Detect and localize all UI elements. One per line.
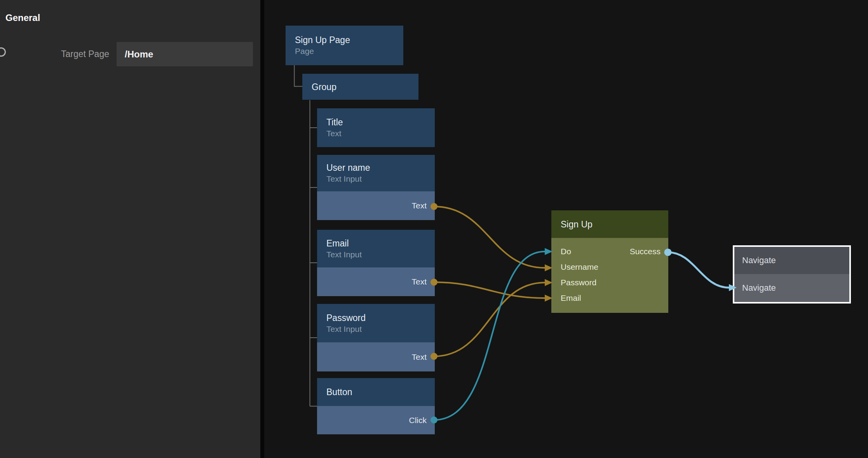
node-title: Email xyxy=(326,238,435,249)
connection-click-do[interactable] xyxy=(434,252,545,420)
node-header: Sign Up xyxy=(551,210,668,238)
port-label: Text xyxy=(411,352,427,362)
connection-username-text[interactable] xyxy=(434,206,545,268)
target-page-label: Target Page xyxy=(23,49,109,59)
panel-canvas-divider xyxy=(260,0,264,458)
output-port-success[interactable]: Success xyxy=(630,247,661,256)
node-header: Group xyxy=(302,74,418,100)
output-port-text[interactable]: Text xyxy=(317,267,435,296)
tree-node-title[interactable]: Title Text xyxy=(317,108,435,147)
node-header: Title Text xyxy=(317,108,435,147)
panel-section-title: General xyxy=(5,12,40,23)
node-header: Navigate xyxy=(734,247,849,274)
properties-panel: General Target Page xyxy=(0,0,260,458)
output-port-text[interactable]: Text xyxy=(317,191,435,220)
target-page-input[interactable] xyxy=(117,42,253,66)
logic-node-signup[interactable]: Sign Up Do Success Username Password Ema… xyxy=(551,210,668,313)
node-editor-screen: General Target Page Sign Up Page Page Gr… xyxy=(0,0,868,458)
port-row: Do Success xyxy=(551,244,668,259)
node-title: Navigate xyxy=(742,255,776,265)
connection-success-navigate[interactable] xyxy=(668,252,729,288)
node-subtitle: Text Input xyxy=(326,324,435,334)
node-title: Sign Up Page xyxy=(295,35,403,45)
node-header: Button xyxy=(317,378,435,406)
port-row: Email xyxy=(551,290,668,306)
node-subtitle: Text xyxy=(326,128,435,139)
node-header: User name Text Input xyxy=(317,155,435,191)
node-title: Button xyxy=(326,387,435,397)
output-port-click[interactable]: Click xyxy=(317,406,435,434)
node-subtitle: Page xyxy=(295,46,403,56)
node-title: User name xyxy=(326,162,435,173)
node-title: Password xyxy=(326,312,435,323)
connection-password-text[interactable] xyxy=(434,283,545,356)
tree-node-username[interactable]: User name Text Input Text xyxy=(317,155,435,220)
port-label: Text xyxy=(411,201,427,210)
tree-node-button[interactable]: Button Click xyxy=(317,378,435,434)
input-port-password[interactable]: Password xyxy=(561,278,596,287)
node-header: Email Text Input xyxy=(317,230,435,267)
node-header: Sign Up Page Page xyxy=(286,26,403,65)
tree-node-email[interactable]: Email Text Input Text xyxy=(317,230,435,296)
port-row: Password xyxy=(551,275,668,290)
node-body: Do Success Username Password Email xyxy=(551,238,668,313)
port-circle-icon xyxy=(0,47,6,57)
logic-node-navigate[interactable]: Navigate Navigate xyxy=(733,245,851,304)
node-body: Navigate xyxy=(734,274,849,302)
port-row: Username xyxy=(551,259,668,275)
input-port-username[interactable]: Username xyxy=(561,262,598,272)
tree-node-signup-page[interactable]: Sign Up Page Page xyxy=(286,26,403,65)
node-subtitle: Text Input xyxy=(326,250,435,260)
input-port-email[interactable]: Email xyxy=(561,293,581,303)
node-subtitle: Text Input xyxy=(326,174,435,184)
port-label: Text xyxy=(411,277,427,286)
node-header: Password Text Input xyxy=(317,304,435,342)
input-port-do[interactable]: Do xyxy=(561,247,571,256)
connection-email-text[interactable] xyxy=(434,282,545,298)
node-title: Group xyxy=(312,82,418,92)
tree-node-password[interactable]: Password Text Input Text xyxy=(317,304,435,371)
port-label: Click xyxy=(409,416,427,425)
output-port-text[interactable]: Text xyxy=(317,342,435,371)
node-title: Title xyxy=(326,117,435,128)
input-port-navigate[interactable]: Navigate xyxy=(742,283,776,293)
tree-node-group[interactable]: Group xyxy=(302,74,418,100)
tree-connector-lines xyxy=(295,65,317,406)
node-title: Sign Up xyxy=(561,219,593,230)
